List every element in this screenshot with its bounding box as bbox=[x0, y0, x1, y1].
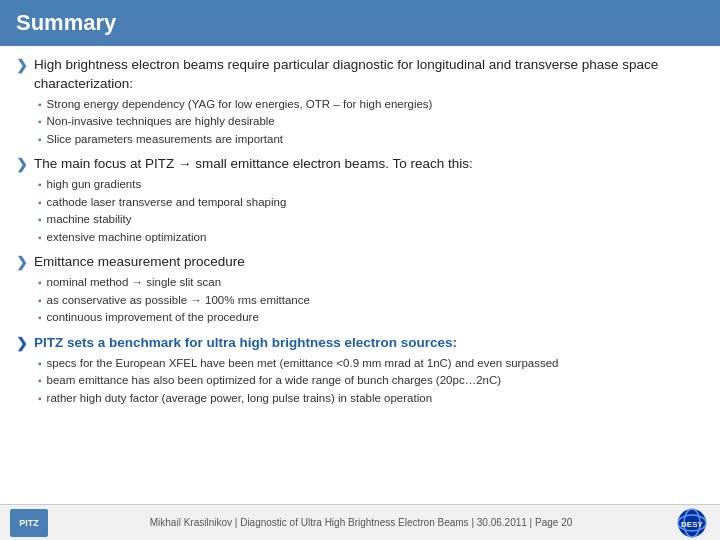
list-item: continuous improvement of the procedure bbox=[38, 310, 704, 326]
list-item: beam emittance has also been optimized f… bbox=[38, 373, 704, 389]
list-item: nominal method → single slit scan bbox=[38, 275, 704, 291]
section-3-bullets: nominal method → single slit scan as con… bbox=[34, 275, 704, 326]
header: Summary bbox=[0, 0, 720, 46]
section-4-title: PITZ sets a benchmark for ultra high bri… bbox=[34, 334, 704, 353]
svg-text:DESY: DESY bbox=[681, 520, 703, 529]
footer: PITZ Mikhail Krasilnikov | Diagnostic of… bbox=[0, 504, 720, 540]
list-item: Strong energy dependency (YAG for low en… bbox=[38, 97, 704, 113]
list-item: as conservative as possible → 100% rms e… bbox=[38, 293, 704, 309]
section-1-content: High brightness electron beams require p… bbox=[34, 56, 704, 149]
list-item: high gun gradients bbox=[38, 177, 704, 193]
section-4: ❯ PITZ sets a benchmark for ultra high b… bbox=[16, 334, 704, 408]
section-2-title: The main focus at PITZ → small emittance… bbox=[34, 155, 704, 174]
pitz-logo-text: PITZ bbox=[19, 518, 39, 528]
section-1-title: High brightness electron beams require p… bbox=[34, 56, 704, 94]
section-2-content: The main focus at PITZ → small emittance… bbox=[34, 155, 704, 247]
pitz-logo-box: PITZ bbox=[10, 509, 48, 537]
content-area: ❯ High brightness electron beams require… bbox=[0, 46, 720, 420]
footer-topic: Diagnostic of Ultra High Brightness Elec… bbox=[240, 517, 468, 528]
footer-logo-pitz: PITZ bbox=[10, 509, 48, 537]
page-title: Summary bbox=[16, 10, 116, 35]
footer-date: 30.06.2011 bbox=[477, 517, 527, 528]
section-2-bullets: high gun gradients cathode laser transve… bbox=[34, 177, 704, 245]
footer-author: Mikhail Krasilnikov bbox=[150, 517, 232, 528]
section-4-bullets: specs for the European XFEL have been me… bbox=[34, 356, 704, 407]
list-item: extensive machine optimization bbox=[38, 230, 704, 246]
arrow-icon-3: ❯ bbox=[16, 254, 28, 270]
list-item: machine stability bbox=[38, 212, 704, 228]
section-3-title: Emittance measurement procedure bbox=[34, 253, 704, 272]
section-1-bullets: Strong energy dependency (YAG for low en… bbox=[34, 97, 704, 148]
list-item: Slice parameters measurements are import… bbox=[38, 132, 704, 148]
arrow-icon-1: ❯ bbox=[16, 57, 28, 73]
arrow-icon-4: ❯ bbox=[16, 335, 28, 351]
footer-page: Page 20 bbox=[535, 517, 572, 528]
list-item: Non-invasive techniques are highly desir… bbox=[38, 114, 704, 130]
section-3: ❯ Emittance measurement procedure nomina… bbox=[16, 253, 704, 327]
section-2: ❯ The main focus at PITZ → small emittan… bbox=[16, 155, 704, 247]
list-item: cathode laser transverse and temporal sh… bbox=[38, 195, 704, 211]
desy-logo: DESY bbox=[674, 508, 710, 538]
section-3-content: Emittance measurement procedure nominal … bbox=[34, 253, 704, 327]
list-item: specs for the European XFEL have been me… bbox=[38, 356, 704, 372]
list-item: rather high duty factor (average power, … bbox=[38, 391, 704, 407]
section-4-content: PITZ sets a benchmark for ultra high bri… bbox=[34, 334, 704, 408]
section-1: ❯ High brightness electron beams require… bbox=[16, 56, 704, 149]
footer-center-text: Mikhail Krasilnikov | Diagnostic of Ultr… bbox=[48, 517, 674, 528]
arrow-icon-2: ❯ bbox=[16, 156, 28, 172]
desy-logo-svg: DESY bbox=[674, 508, 710, 538]
